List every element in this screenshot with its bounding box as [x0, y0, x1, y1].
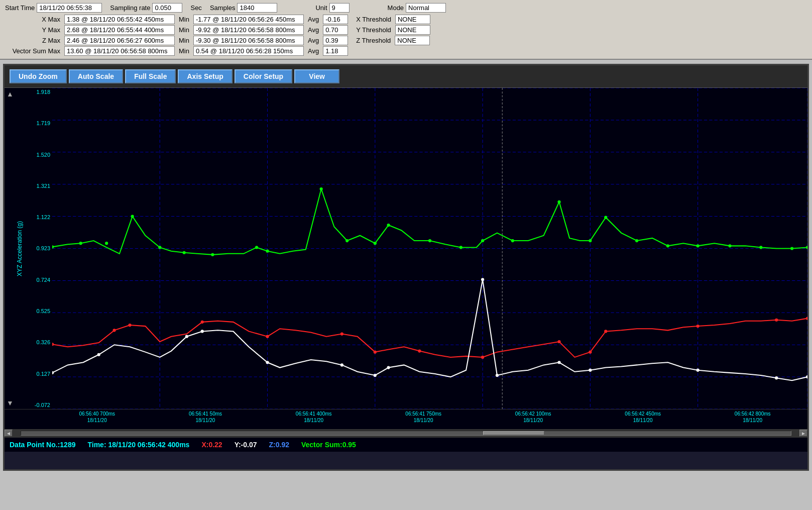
svg-point-71 — [557, 361, 560, 364]
time-label: Time: 18/11/20 06:56:42 400ms — [87, 441, 189, 449]
z-data-row: Z Max 2.46 @ 18/11/20 06:56:27 600ms Min… — [5, 36, 807, 45]
x-data-row: X Max 1.38 @ 18/11/20 06:55:42 450ms Min… — [5, 15, 807, 24]
mode-label: Mode — [388, 4, 404, 12]
x-value: X:0.22 — [201, 441, 222, 449]
svg-point-67 — [374, 374, 377, 377]
svg-point-38 — [604, 216, 607, 219]
chart-body: ▲ ▼ XYZ Acceleration (g) 1.918 1.719 1.5… — [5, 88, 807, 409]
x-avg-label: Avg — [308, 16, 319, 23]
svg-point-34 — [481, 239, 484, 242]
mode-group: Mode Normal — [388, 3, 446, 13]
chart-scrollbar: ◄ ► — [5, 429, 807, 437]
y-tick-7: 0.525 — [27, 308, 50, 314]
svg-point-21 — [105, 242, 108, 245]
y-tick-1: 1.719 — [27, 120, 50, 126]
svg-point-31 — [387, 224, 390, 227]
scroll-up-arrow[interactable]: ▲ — [6, 90, 15, 98]
svg-point-62 — [97, 353, 100, 356]
axis-setup-button[interactable]: Axis Setup — [178, 69, 232, 83]
x-max-val: 1.38 @ 18/11/20 06:55:42 450ms — [64, 15, 175, 24]
sec-group: Sec — [190, 4, 201, 12]
svg-point-37 — [589, 239, 592, 242]
unit-group: Unit 9 — [315, 3, 349, 13]
svg-point-35 — [511, 239, 514, 242]
scrollbar-right-arrow[interactable]: ► — [799, 430, 807, 437]
data-rows: X Max 1.38 @ 18/11/20 06:55:42 450ms Min… — [5, 15, 807, 56]
svg-point-39 — [635, 239, 638, 242]
auto-scale-button[interactable]: Auto Scale — [69, 69, 123, 83]
vs-min-val: 0.54 @ 18/11/20 06:56:28 150ms — [193, 46, 304, 56]
full-scale-button[interactable]: Full Scale — [125, 69, 176, 83]
y-value: Y:-0.07 — [235, 441, 257, 449]
x-min-val: -1.77 @ 18/11/20 06:56:26 450ms — [193, 15, 304, 24]
y-tick-4: 1.122 — [27, 214, 50, 220]
x-tick-0: 06:56:40 700ms 18/11/20 — [79, 411, 115, 424]
y-min-label: Min — [179, 26, 189, 34]
chart-area: ▲ ▼ XYZ Acceleration (g) 1.918 1.719 1.5… — [5, 88, 807, 464]
y-axis-label: Y Max — [5, 26, 60, 34]
svg-point-40 — [666, 244, 669, 247]
svg-point-65 — [266, 361, 269, 364]
x-axis-label: X Max — [5, 16, 60, 23]
scroll-arrows: ▲ ▼ — [6, 88, 15, 409]
y-tick-6: 0.724 — [27, 277, 50, 283]
scrollbar-left-arrow[interactable]: ◄ — [5, 430, 13, 437]
svg-point-32 — [428, 239, 431, 242]
y-axis-label-container: XYZ Acceleration (g) — [15, 88, 25, 409]
svg-point-44 — [790, 247, 793, 250]
x-axis-labels: 06:56:40 700ms 18/11/20 06:56:41 50ms 18… — [42, 410, 807, 429]
x-tick-2: 06:56:41 400ms 18/11/20 — [296, 411, 332, 424]
svg-point-23 — [158, 246, 161, 249]
y-threshold-val: NONE — [395, 25, 430, 35]
y-tick-5: 0.923 — [27, 245, 50, 251]
svg-point-52 — [374, 351, 377, 354]
svg-point-55 — [557, 340, 560, 343]
top-panel: Start Time 18/11/20 06:55:38 Sampling ra… — [0, 0, 812, 60]
y-tick-10: -0.072 — [27, 402, 50, 408]
svg-point-43 — [759, 246, 762, 249]
chart-svg — [52, 88, 807, 409]
svg-point-56 — [589, 351, 592, 354]
svg-point-57 — [604, 330, 607, 333]
y-tick-3: 1.321 — [27, 183, 50, 189]
scroll-down-arrow[interactable]: ▼ — [6, 399, 15, 407]
svg-point-28 — [320, 187, 323, 190]
samples-label: Samples — [210, 4, 236, 12]
x-avg-val: -0.16 — [323, 15, 348, 24]
sampling-rate-group: Sampling rate 0.050 — [110, 3, 182, 13]
vs-max-val: 13.60 @ 18/11/20 06:56:58 800ms — [64, 46, 175, 56]
samples-value: 1840 — [237, 3, 277, 13]
svg-point-70 — [496, 374, 499, 377]
view-button[interactable]: View — [294, 69, 339, 83]
x-axis: 06:56:40 700ms 18/11/20 06:56:41 50ms 18… — [5, 409, 807, 429]
svg-point-48 — [128, 324, 131, 327]
svg-point-53 — [418, 349, 421, 352]
svg-point-36 — [557, 200, 560, 203]
x-tick-4: 06:56:42 100ms 18/11/20 — [515, 411, 551, 424]
svg-point-59 — [775, 319, 778, 322]
scrollbar-thumb[interactable] — [483, 431, 545, 435]
z-avg-val: 0.39 — [323, 36, 348, 45]
color-setup-button[interactable]: Color Setup — [235, 69, 292, 83]
z-avg-label: Avg — [308, 37, 319, 44]
svg-point-69 — [481, 278, 484, 281]
x-tick-3: 06:56:41 750ms 18/11/20 — [405, 411, 441, 424]
x-threshold-val: NONE — [395, 15, 430, 24]
svg-point-50 — [266, 335, 269, 338]
mode-value: Normal — [406, 3, 446, 13]
y-axis-label: XYZ Acceleration (g) — [16, 221, 23, 276]
z-min-val: -9.30 @ 18/11/20 06:56:58 800ms — [193, 36, 304, 45]
undo-zoom-button[interactable]: Undo Zoom — [10, 69, 67, 83]
y-avg-val: 0.70 — [323, 25, 348, 35]
y-max-val: 2.68 @ 18/11/20 06:55:44 400ms — [64, 25, 175, 35]
sampling-rate-label: Sampling rate — [110, 4, 150, 12]
samples-group: Samples 1840 — [210, 3, 278, 13]
z-max-val: 2.46 @ 18/11/20 06:56:27 600ms — [64, 36, 175, 45]
svg-point-30 — [374, 242, 377, 245]
svg-point-49 — [201, 321, 204, 324]
svg-point-41 — [697, 244, 700, 247]
scrollbar-track[interactable] — [21, 431, 791, 436]
x-threshold-label: X Threshold — [356, 16, 391, 23]
start-time-label: Start Time — [5, 4, 35, 12]
svg-point-64 — [201, 330, 204, 333]
